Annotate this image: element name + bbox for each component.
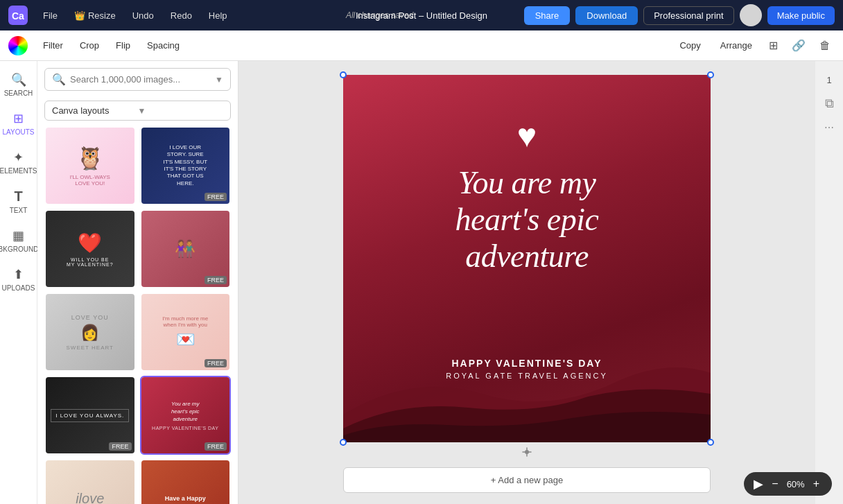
sidebar-item-background[interactable]: ▦ BKGROUND [2,223,35,259]
add-page-button[interactable]: + Add a new page [343,467,711,493]
dropdown-arrow-icon: ▼ [138,106,224,116]
spacing-button[interactable]: Spacing [140,37,186,54]
free-badge: FREE [205,442,227,451]
layouts-icon: ⊞ [13,111,24,126]
uploads-icon: ⬆ [13,267,24,282]
dropdown-label: Canva layouts [52,105,138,116]
design-canvas[interactable]: ♥ You are my heart's epic adventure HAPP… [343,75,711,442]
zoom-bar: ▶ − 60% + [744,472,832,496]
free-badge: FREE [109,442,131,451]
list-item[interactable]: LOVE YOU 👩 SWEET HEART [44,293,136,372]
layout-thumb-owl: 🦉 I'LL OWL-WAYSLOVE YOU! [46,128,134,204]
print-button[interactable]: Professional print [643,6,733,25]
subtitle-line1: HAPPY VALENTINE'S DAY [343,358,711,369]
toolbar-right: Copy Arrange ⊞ 🔗 🗑 [672,36,835,55]
sidebar-item-layouts[interactable]: ⊞ LAYOUTS [2,105,35,141]
sidebar-label-background: BKGROUND [0,245,38,253]
sidebar-item-uploads[interactable]: ⬆ UPLOADS [2,261,35,297]
left-navigation: 🔍 SEARCH ⊞ LAYOUTS ✦ ELEMENTS T TEXT ▦ B… [0,61,37,504]
handle-bottom-right[interactable] [707,439,714,446]
list-item[interactable]: 🦉 I'LL OWL-WAYSLOVE YOU! [44,126,136,205]
copy-button[interactable]: Copy [672,37,707,54]
link-icon[interactable]: 🔗 [788,36,810,55]
sidebar-label-search: SEARCH [4,89,33,97]
handle-top-right[interactable] [707,71,714,78]
layout-thumb-havehappy: Have a Happy [141,460,230,504]
undo-button[interactable]: Undo [127,8,159,24]
sidebar-label-layouts: LAYOUTS [3,128,35,136]
crop-button[interactable]: Crop [73,37,106,54]
list-item[interactable]: ❤️ WILL YOU BEMY VALENTINE? [44,209,136,288]
share-button[interactable]: Share [524,6,571,25]
resize-handle-area [520,445,534,459]
background-icon: ▦ [12,228,24,243]
search-bar[interactable]: 🔍 ▼ [44,68,231,91]
zoom-level: 60% [787,479,805,489]
trash-icon[interactable]: 🗑 [815,37,835,55]
canva-logo[interactable]: Ca [8,6,28,25]
list-item[interactable]: Have a Happy [140,459,232,504]
layouts-panel: 🔍 ▼ Canva layouts ▼ 🦉 I'LL OWL-WAYSLOVE … [37,61,238,504]
list-item[interactable]: I LOVE OURSTORY. SUREIT'S MESSY, BUTIT'S… [140,126,232,205]
present-button[interactable]: ▶ [754,476,763,492]
text-icon: T [14,189,22,205]
list-item[interactable]: I'm much more mewhen I'm with you 💌 FREE [140,293,232,372]
search-icon-panel: 🔍 [52,73,66,86]
file-menu[interactable]: File [37,8,63,24]
sidebar-label-text: TEXT [10,207,28,214]
search-input[interactable] [70,74,211,85]
zoom-in-button[interactable]: + [810,478,822,490]
list-item[interactable]: I LOVE YOU ALWAYS. FREE [44,376,136,455]
list-item[interactable]: ilove [44,459,136,504]
free-badge: FREE [205,359,227,367]
sidebar-item-elements[interactable]: ✦ ELEMENTS [2,144,35,180]
sidebar-label-elements: ELEMENTS [0,167,37,175]
layout-thumb-ilove: ilove [46,460,134,504]
list-item[interactable]: 👫 FREE [140,209,232,288]
bottom-resize-handle[interactable] [520,445,534,459]
help-button[interactable]: Help [203,8,233,24]
top-right-actions: Share Download Professional print Make p… [524,4,835,26]
download-button[interactable]: Download [575,6,638,25]
title-line1: You are my [357,165,697,202]
layout-thumb-love: LOVE YOU 👩 SWEET HEART [46,294,134,370]
more-options-icon[interactable]: ⋯ [824,122,834,133]
layouts-grid: 🦉 I'LL OWL-WAYSLOVE YOU! I LOVE OURSTORY… [37,126,238,504]
avatar[interactable] [740,4,762,26]
page-number: 1 [826,75,831,85]
svg-point-2 [525,450,529,454]
add-page-label: + Add a new page [491,475,563,485]
design-title: Instagram Post – Untitled Design [356,10,487,21]
svg-text:Ca: Ca [12,10,24,21]
search-icon: 🔍 [11,72,26,87]
zoom-out-button[interactable]: − [769,478,781,490]
flip-button[interactable]: Flip [109,37,137,54]
canvas-wrapper: ♥ You are my heart's epic adventure HAPP… [343,75,711,442]
free-badge: FREE [205,276,227,284]
layouts-dropdown[interactable]: Canva layouts ▼ [44,101,231,121]
subtitle-line2: ROYAL GATE TRAVEL AGENCY [343,372,711,380]
layout-thumb-heart: ❤️ WILL YOU BEMY VALENTINE? [46,211,134,287]
canvas-area: ♥ You are my heart's epic adventure HAPP… [238,61,815,504]
handle-bottom-left[interactable] [340,439,347,446]
arrange-button[interactable]: Arrange [713,37,759,54]
resize-handle-icon [521,446,532,458]
right-panel: 1 ⧉ ⋯ [815,61,843,504]
grid-icon[interactable]: ⊞ [765,36,782,55]
resize-button[interactable]: 👑 Resize [69,8,121,24]
elements-icon: ✦ [13,150,24,165]
handle-top-left[interactable] [340,71,347,78]
canvas-main-title: You are my heart's epic adventure [343,165,711,275]
sidebar-label-uploads: UPLOADS [2,284,35,292]
redo-button[interactable]: Redo [165,8,198,24]
free-badge: FREE [205,193,227,201]
make-public-button[interactable]: Make public [767,6,835,25]
color-picker[interactable] [8,36,28,55]
copy-page-icon[interactable]: ⧉ [825,96,834,111]
sidebar-item-search[interactable]: 🔍 SEARCH [2,67,35,103]
search-dropdown-arrow[interactable]: ▼ [215,75,223,85]
sidebar-item-text[interactable]: T TEXT [2,183,35,220]
title-line3: adventure [357,238,697,275]
filter-button[interactable]: Filter [36,37,70,54]
list-item[interactable]: You are myheart's epicadventure HAPPY VA… [140,376,232,455]
